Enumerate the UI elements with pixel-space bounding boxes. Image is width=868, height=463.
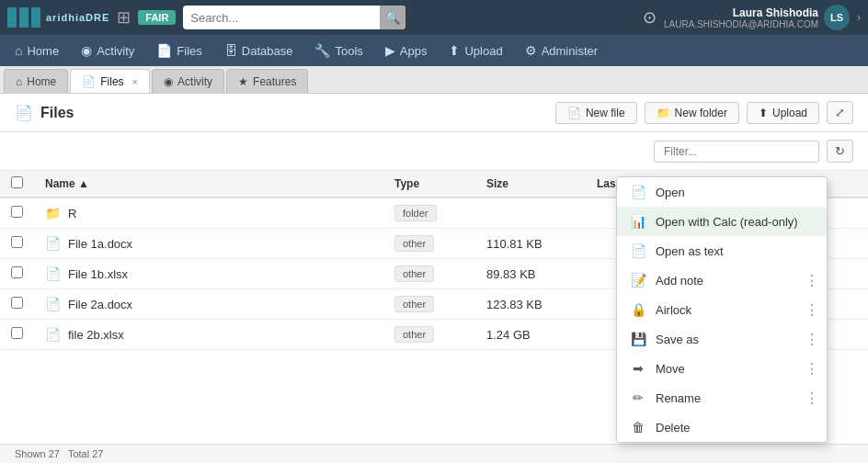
note-icon: 📝 [630,273,646,288]
svg-rect-2 [31,7,40,28]
tab-features-icon: ★ [238,75,248,88]
menu-delete[interactable]: 🗑 Delete [617,412,827,442]
topbar: aridhiaDRE ⊞ FAIR 🔍 ⊙ Laura Shishodia LA… [0,0,868,35]
more-icon: ⋮ [805,390,819,407]
activity-icon: ◉ [81,43,92,58]
nav-administer-label: Administer [542,44,598,58]
menu-open-calc-label: Open with Calc (read-only) [656,215,814,229]
tab-files[interactable]: 📄 Files × [70,69,150,93]
nav-files[interactable]: 📄 Files [145,35,212,66]
menu-rename-label: Rename [656,391,814,405]
more-icon: ⋮ [805,331,819,348]
tab-activity-label: Activity [177,75,212,88]
database-icon: 🗄 [224,43,237,58]
home-icon: ⌂ [15,43,22,58]
help-icon[interactable]: ⊙ [643,7,657,28]
more-icon: ⋮ [805,272,819,289]
menu-open-label: Open [656,186,814,199]
nav-tools[interactable]: 🔧 Tools [303,35,373,66]
menu-open-calc[interactable]: 📊 Open with Calc (read-only) [617,207,827,236]
nav-home-label: Home [27,44,59,58]
move-icon: ➡ [630,361,646,376]
menu-save-as[interactable]: 💾 Save as ⋮ [617,324,827,354]
nav-upload[interactable]: ⬆ Upload [438,35,513,66]
more-icon: ⋮ [805,360,819,378]
menu-delete-label: Delete [656,421,814,435]
text-icon: 📄 [630,243,646,258]
grid-icon[interactable]: ⊞ [117,7,131,28]
nav-database[interactable]: 🗄 Database [213,35,304,66]
tab-activity-icon: ◉ [164,75,173,88]
context-menu: 📄 Open 📊 Open with Calc (read-only) 📄 Op… [616,176,828,443]
logo-text: aridhiaDRE [46,12,109,23]
svg-rect-0 [7,7,17,28]
tab-files-icon: 📄 [82,75,96,88]
navbar: ⌂ Home ◉ Activity 📄 Files 🗄 Database 🔧 T… [0,35,868,66]
tab-files-label: Files [100,75,123,88]
menu-open-text[interactable]: 📄 Open as text [617,236,827,265]
user-name: Laura Shishodia [664,6,818,19]
nav-administer[interactable]: ⚙ Administer [514,35,609,66]
tools-icon: 🔧 [314,43,330,58]
menu-move[interactable]: ➡ Move ⋮ [617,354,827,383]
user-info: Laura Shishodia LAURA.SHISHODIA@ARIDHIA.… [664,5,850,30]
tab-activity[interactable]: ◉ Activity [152,69,224,93]
menu-save-as-label: Save as [656,333,814,346]
tab-home[interactable]: ⌂ Home [4,69,68,93]
search-input[interactable] [183,11,380,25]
menu-rename[interactable]: ✏ Rename ⋮ [617,383,827,412]
menu-add-note[interactable]: 📝 Add note ⋮ [617,265,827,295]
save-icon: 💾 [630,332,646,346]
files-icon: 📄 [156,43,172,58]
tabs: ⌂ Home 📄 Files × ◉ Activity ★ Features [0,66,868,94]
avatar[interactable]: LS [824,5,850,30]
upload-icon: ⬆ [449,43,460,58]
open-icon: 📄 [630,185,646,199]
logo: aridhiaDRE [7,6,109,28]
menu-airlock[interactable]: 🔒 Airlock ⋮ [617,295,827,324]
topbar-chevron[interactable]: › [857,11,861,24]
delete-icon: 🗑 [630,420,646,435]
logo-icon [7,6,40,28]
apps-icon: ▶ [385,43,395,58]
tab-home-label: Home [27,75,56,88]
administer-icon: ⚙ [525,43,537,58]
rename-icon: ✏ [630,390,646,405]
tab-features[interactable]: ★ Features [226,69,308,93]
nav-database-label: Database [242,44,293,58]
search-box: 🔍 [183,6,405,29]
lock-icon: 🔒 [630,302,646,317]
svg-rect-1 [19,7,29,28]
nav-apps[interactable]: ▶ Apps [374,35,439,66]
menu-open-text-label: Open as text [656,244,814,258]
menu-add-note-label: Add note [656,274,814,288]
nav-files-label: Files [177,44,201,58]
tab-features-label: Features [253,75,296,88]
user-email: LAURA.SHISHODIA@ARIDHIA.COM [664,19,818,29]
search-button[interactable]: 🔍 [380,6,405,29]
nav-tools-label: Tools [335,44,362,58]
tab-home-icon: ⌂ [16,75,22,88]
nav-activity-label: Activity [97,44,134,58]
menu-open[interactable]: 📄 Open [617,177,827,207]
nav-activity[interactable]: ◉ Activity [70,35,145,66]
nav-apps-label: Apps [400,44,428,58]
main-content: 📄 Files 📄 New file 📁 New folder ⬆ Upload… [0,94,868,463]
tab-files-close[interactable]: × [132,76,138,87]
nav-home[interactable]: ⌂ Home [4,35,70,66]
fair-label[interactable]: FAIR [138,10,176,25]
calc-icon: 📊 [630,214,646,229]
menu-airlock-label: Airlock [656,303,814,317]
nav-upload-label: Upload [464,44,502,58]
menu-move-label: Move [656,362,814,376]
more-icon: ⋮ [805,301,819,319]
